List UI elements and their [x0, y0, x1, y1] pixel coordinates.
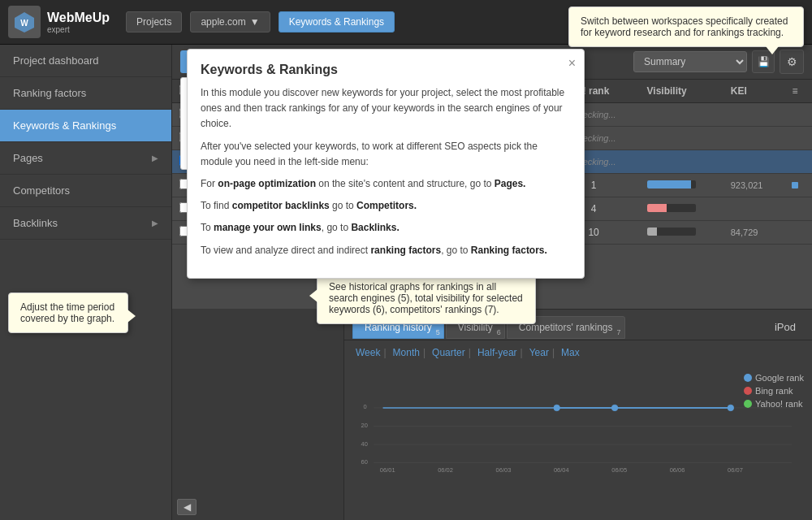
th-visibility[interactable]: Visibility — [641, 80, 724, 103]
svg-text:06/07: 06/07 — [728, 466, 743, 474]
svg-text:06/04: 06/04 — [554, 466, 569, 474]
kr-modal-p6: To view and analyze direct and indirect … — [201, 243, 571, 258]
time-year[interactable]: Year — [526, 345, 558, 360]
time-week[interactable]: Week — [352, 345, 390, 360]
svg-text:06/03: 06/03 — [496, 466, 512, 474]
legend-google: Google rank — [744, 373, 804, 383]
logo-sub: expert — [47, 25, 110, 34]
th-kei[interactable]: KEI — [724, 80, 786, 103]
sidebar-item-backlinks[interactable]: Backlinks ▶ — [0, 207, 171, 240]
time-max[interactable]: Max — [558, 345, 583, 360]
bottom-panel: Ranking history 5 Visibility 6 Competito… — [344, 309, 812, 520]
expand-button[interactable]: ◀ — [177, 499, 197, 515]
full-bottom: ◀ Ranking history 5 Visibility 6 Competi… — [172, 309, 812, 520]
time-quarter[interactable]: Quarter — [429, 345, 474, 360]
kr-modal-p3: For on-page optimization on the site's c… — [201, 176, 571, 192]
workspace-tooltip: Switch between workspaces specifically c… — [568, 6, 804, 47]
settings-button[interactable]: ⚙ — [780, 50, 804, 74]
kr-modal-p1: In this module you discover new keywords… — [201, 85, 571, 132]
domain-selector[interactable]: apple.com ▼ — [190, 11, 270, 32]
logo-icon: W — [8, 6, 41, 38]
time-month[interactable]: Month — [390, 345, 429, 360]
chart-area: 0 20 40 60 06/01 06/02 06/03 06/04 — [344, 365, 812, 520]
pages-arrow: ▶ — [152, 154, 158, 162]
svg-text:06/06: 06/06 — [670, 466, 685, 474]
header: W WebMeUp expert Projects apple.com ▼ Ke… — [0, 0, 812, 45]
kr-modal-p4: To find competitor backlinks go to Compe… — [201, 198, 571, 214]
sidebar: Project dashboard Ranking factors Keywor… — [0, 45, 172, 520]
time-period-buttons: Week Month Quarter Half-year Year Max — [344, 340, 812, 365]
chart-legend: Google rank Bing rank Yahoo! rank — [744, 373, 804, 409]
historical-tooltip: See historical graphs for rankings in al… — [317, 272, 536, 324]
keywords-rankings-button[interactable]: Keywords & Rankings — [279, 11, 395, 32]
bing-rank-dot — [744, 387, 752, 395]
google-rank-dot — [744, 374, 752, 382]
logo: W WebMeUp expert — [8, 6, 110, 38]
svg-text:06/02: 06/02 — [438, 466, 453, 474]
ipod-label: iPod — [767, 314, 804, 340]
kr-modal-close[interactable]: × — [568, 56, 576, 71]
legend-bing: Bing rank — [744, 386, 804, 396]
th-extra: ≡ — [785, 80, 812, 103]
legend-yahoo: Yahoo! rank — [744, 399, 804, 409]
adjust-time-tooltip: Adjust the time period covered by the gr… — [8, 292, 128, 333]
kr-modal-p2: After you've selected your keywords, to … — [201, 139, 571, 170]
svg-text:06/05: 06/05 — [611, 466, 627, 474]
svg-text:40: 40 — [361, 440, 368, 448]
sidebar-item-ranking-factors[interactable]: Ranking factors — [0, 77, 171, 110]
time-half-year[interactable]: Half-year — [474, 345, 526, 360]
svg-text:06/01: 06/01 — [380, 466, 395, 474]
sidebar-item-competitors[interactable]: Competitors — [0, 175, 171, 207]
svg-text:W: W — [20, 19, 28, 28]
sidebar-item-project-dashboard[interactable]: Project dashboard — [0, 45, 171, 77]
svg-text:20: 20 — [361, 422, 368, 429]
sidebar-item-keywords-rankings[interactable]: Keywords & Rankings — [0, 110, 171, 142]
kr-modal: × Keywords & Rankings In this module you… — [187, 49, 585, 279]
projects-button[interactable]: Projects — [126, 11, 182, 32]
kr-modal-p5: To manage your own links, go to Backlink… — [201, 220, 571, 236]
backlinks-arrow: ▶ — [152, 219, 158, 228]
bottom-left-sidebar: ◀ — [172, 309, 344, 520]
kr-modal-title: Keywords & Rankings — [201, 63, 571, 77]
logo-text: WebMeUp — [47, 10, 110, 25]
ranking-chart: 0 20 40 60 06/01 06/02 06/03 06/04 — [352, 365, 804, 512]
svg-text:0: 0 — [364, 403, 367, 410]
sidebar-item-pages[interactable]: Pages ▶ — [0, 142, 171, 175]
summary-select[interactable]: Summary Details — [633, 51, 747, 72]
svg-text:60: 60 — [361, 458, 368, 466]
yahoo-rank-dot — [744, 400, 752, 408]
